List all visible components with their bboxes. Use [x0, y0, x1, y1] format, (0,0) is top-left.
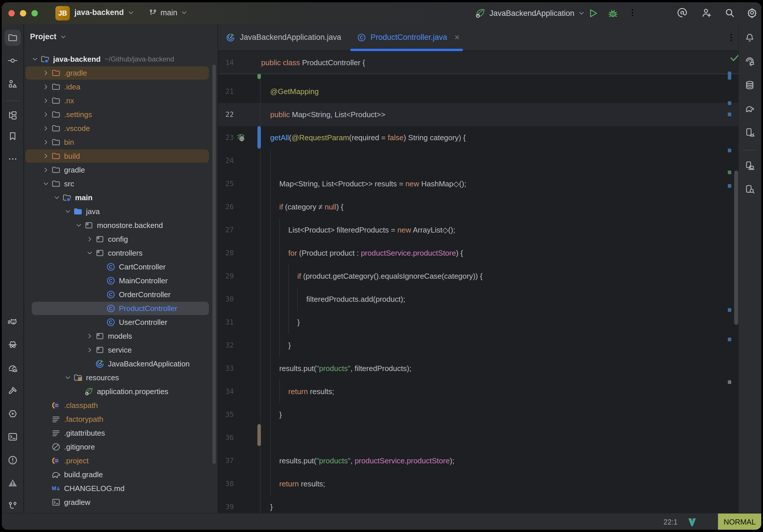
- tree-item-config[interactable]: config: [24, 232, 218, 246]
- error-stripe-mark[interactable]: [728, 380, 731, 384]
- tool-stripe-button-terminal[interactable]: [5, 429, 21, 445]
- tool-stripe-button-bookmarks[interactable]: [5, 128, 21, 144]
- chevron-collapsed-icon: [86, 332, 93, 340]
- folder-icon: [51, 82, 61, 92]
- tree-item-changelog-md[interactable]: MCHANGELOG.md: [24, 481, 218, 495]
- editor-scrollbar[interactable]: [734, 170, 738, 325]
- tree-item-maincontroller[interactable]: CMainController: [24, 274, 218, 288]
- tool-stripe-button-flow[interactable]: [5, 107, 21, 124]
- error-stripe-mark[interactable]: [728, 101, 731, 105]
- tool-stripe-button-device-search[interactable]: [742, 181, 758, 197]
- tool-stripe-button-device-android[interactable]: [742, 124, 758, 141]
- tool-stripe-button-problems[interactable]: [5, 452, 21, 468]
- tree-item-usercontroller[interactable]: CUserController: [24, 315, 218, 329]
- ideavim-icon[interactable]: [686, 516, 698, 528]
- vim-mode-badge[interactable]: NORMAL: [718, 513, 761, 530]
- tool-stripe-button-profiler[interactable]: [5, 360, 21, 376]
- editor-tab-productcontroller-java[interactable]: CProductController.java✕: [357, 24, 460, 51]
- tree-item-cartcontroller[interactable]: CCartController: [24, 260, 218, 274]
- tool-stripe-button-build-hammer[interactable]: [5, 383, 21, 399]
- error-stripe-mark[interactable]: [728, 338, 731, 341]
- tree-item-build[interactable]: build: [24, 149, 218, 163]
- code-editor[interactable]: 21@GetMapping22public Map<String, List<P…: [218, 51, 761, 518]
- chevron-down-icon[interactable]: [578, 10, 585, 17]
- tree-item-gradlew[interactable]: gradlew: [24, 495, 218, 509]
- tree-item--vscode[interactable]: .vscode: [24, 122, 218, 135]
- tree-item--gradle[interactable]: .gradle: [24, 66, 218, 80]
- error-stripe-mark[interactable]: [728, 113, 731, 116]
- error-stripe-mark[interactable]: [728, 170, 731, 174]
- tool-stripe-button-device-laptop[interactable]: [742, 158, 758, 174]
- minimize-window-button[interactable]: [20, 10, 26, 16]
- tree-item-src[interactable]: src: [24, 177, 218, 191]
- tree-item-ordercontroller[interactable]: COrderController: [24, 288, 218, 301]
- project-panel-header[interactable]: Project: [30, 32, 67, 41]
- vcs-change-marker[interactable]: [258, 126, 261, 149]
- project-widget[interactable]: java-backend: [74, 8, 135, 17]
- tool-stripe-button-structure[interactable]: [5, 76, 21, 92]
- tree-item--classpath[interactable]: .classpath: [24, 398, 218, 412]
- tree-item-resources[interactable]: resources: [24, 371, 218, 384]
- tree-item--gitattributes[interactable]: .gitattributes: [24, 426, 218, 440]
- tree-item--project[interactable]: .project: [24, 454, 218, 468]
- tree-item--gitignore[interactable]: .gitignore: [24, 440, 218, 454]
- kebab-menu-icon[interactable]: [627, 8, 638, 18]
- tool-stripe-button-hex-play[interactable]: [5, 406, 21, 422]
- close-tab-icon[interactable]: ✕: [454, 34, 460, 42]
- tree-scrollbar[interactable]: [212, 64, 216, 464]
- vcs-change-marker[interactable]: [258, 73, 261, 79]
- add-user-icon[interactable]: [701, 7, 712, 19]
- tool-stripe-button-warning[interactable]: [5, 475, 21, 491]
- title-bar: JB java-backend main JavaBackendApplicat…: [2, 2, 761, 24]
- tree-item-service[interactable]: service: [24, 343, 218, 357]
- tool-stripe-button-project-folder[interactable]: [5, 30, 21, 46]
- vcs-change-marker[interactable]: [258, 424, 261, 446]
- error-stripe-mark[interactable]: [728, 308, 731, 312]
- tool-stripe-button-git-branch[interactable]: [5, 498, 21, 514]
- tree-item-build-gradle[interactable]: build.gradle: [24, 468, 218, 481]
- run-config-name[interactable]: JavaBackendApplication: [490, 9, 574, 18]
- tool-stripe-button-bell[interactable]: [742, 30, 758, 46]
- tree-item-gradle[interactable]: gradle: [24, 163, 218, 177]
- tool-stripe-button-gradle-elephant[interactable]: [742, 101, 758, 117]
- tool-stripe-button-commit[interactable]: [5, 53, 21, 69]
- tree-item-main[interactable]: main: [24, 191, 218, 205]
- tree-item-controllers[interactable]: controllers: [24, 246, 218, 260]
- gear-icon[interactable]: [746, 7, 758, 19]
- tree-item-java[interactable]: java: [24, 205, 218, 218]
- ai-assistant-icon[interactable]: [676, 7, 688, 19]
- rest-endpoint-icon[interactable]: [236, 133, 245, 142]
- debug-button[interactable]: [607, 8, 619, 19]
- tool-stripe-button-dash-cat[interactable]: [5, 314, 21, 330]
- caret-position[interactable]: 22:1: [663, 513, 678, 530]
- tree-item-productcontroller[interactable]: CProductController: [24, 301, 218, 315]
- maximize-window-button[interactable]: [32, 10, 38, 16]
- tree-item-application-properties[interactable]: application.properties: [24, 384, 218, 398]
- error-stripe-mark[interactable]: [728, 71, 731, 80]
- error-stripe-mark[interactable]: [728, 184, 731, 188]
- tree-item--settings[interactable]: .settings: [24, 108, 218, 122]
- tool-stripe-button-more[interactable]: [5, 151, 21, 167]
- kebab-menu-icon[interactable]: [726, 32, 736, 43]
- search-icon[interactable]: [724, 7, 735, 19]
- tree-item-javabackendapplication[interactable]: JavaBackendApplication: [24, 357, 218, 371]
- tree-item--nx[interactable]: .nx: [24, 94, 218, 108]
- tree-item-monostore-backend[interactable]: monostore.backend: [24, 218, 218, 232]
- run-button[interactable]: [587, 8, 599, 19]
- tree-item--idea[interactable]: .idea: [24, 80, 218, 94]
- tree-item-models[interactable]: models: [24, 329, 218, 343]
- error-stripe-mark[interactable]: [728, 149, 731, 152]
- tree-item-java-backend[interactable]: java-backend~/Github/java-backend: [24, 52, 218, 66]
- editor-tab-javabackendapplication-java[interactable]: JavaBackendApplication.java: [225, 24, 341, 51]
- tree-item-label: gradle: [64, 165, 85, 174]
- tree-item--factorypath[interactable]: .factorypath: [24, 412, 218, 426]
- branch-widget[interactable]: main: [148, 8, 188, 17]
- tool-stripe-button-incognito[interactable]: [5, 336, 21, 352]
- tool-stripe-button-ai-chat[interactable]: [742, 53, 758, 69]
- gutter-separator: [260, 51, 261, 518]
- close-window-button[interactable]: [8, 10, 15, 16]
- tool-stripe-button-database[interactable]: [742, 77, 758, 93]
- tree-item-bin[interactable]: bin: [24, 135, 218, 149]
- tree-item-label: models: [108, 332, 132, 341]
- tree-item-label: CartController: [119, 263, 165, 271]
